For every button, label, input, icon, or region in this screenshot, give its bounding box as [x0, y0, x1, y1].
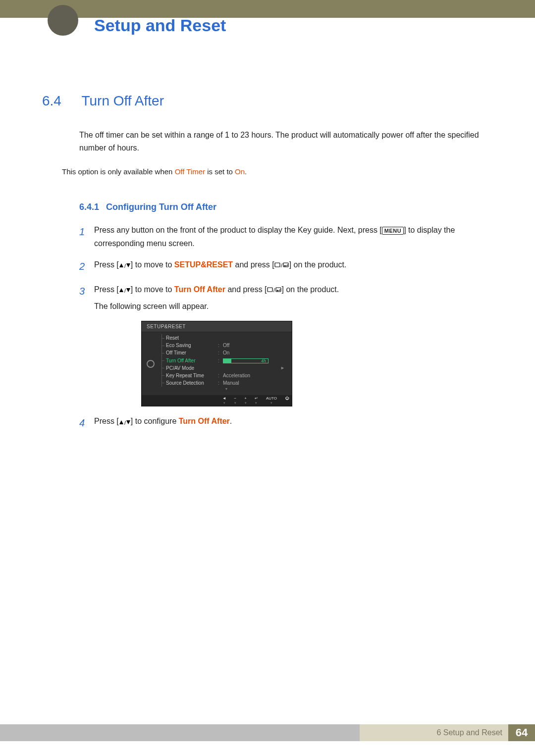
step-3: 3 Press [/] to move to Turn Off After an… [79, 283, 493, 313]
svg-marker-16 [126, 420, 130, 424]
osd-row-turn-off-after: Turn Off After: 4h [161, 356, 287, 364]
step-number: 2 [79, 258, 94, 275]
osd-screenshot: SETUP&RESET Reset Eco Saving:Off Off T [141, 321, 292, 406]
step-number: 3 [79, 283, 94, 300]
step-number: 4 [79, 414, 94, 431]
osd-row-off-timer: Off Timer:On [161, 349, 287, 356]
osd-footer: ◄▾ −▾ +▾ ↵▾ AUTO▾ ⏻ [142, 395, 292, 406]
note-highlight-on: On [235, 167, 245, 176]
section-note: This option is only available when Off T… [62, 166, 493, 178]
osd-footer-minus-icon: −▾ [234, 397, 237, 404]
osd-slider: 4h [223, 358, 268, 363]
step-text: Press [/] to configure Turn Off After. [94, 414, 493, 428]
step-2: 2 Press [/] to move to SETUP&RESET and p… [79, 258, 493, 275]
osd-footer-back-icon: ◄▾ [222, 397, 226, 404]
step-4: 4 Press [/] to configure Turn Off After. [79, 414, 493, 431]
osd-row-reset: Reset [161, 334, 287, 342]
chapter-title: Setup and Reset [94, 16, 226, 35]
subsection-6-4-1: 6.4.1Configuring Turn Off After 1 Press … [79, 202, 493, 432]
subsection-heading: 6.4.1Configuring Turn Off After [79, 202, 493, 212]
svg-rect-10 [268, 288, 272, 292]
osd-title: SETUP&RESET [142, 321, 292, 332]
svg-marker-9 [126, 288, 130, 292]
menu-button-label: MENU [382, 227, 404, 235]
step-highlight: Turn Off After [174, 285, 225, 294]
svg-marker-2 [126, 263, 130, 267]
header-bar [0, 0, 535, 18]
page-number: 64 [508, 724, 535, 741]
step-text: Press any button on the front of the pro… [94, 223, 493, 250]
section-title: Turn Off After [81, 93, 164, 109]
up-down-arrows-icon: / [119, 261, 131, 269]
chapter-badge [48, 5, 78, 36]
svg-rect-3 [275, 263, 280, 267]
step-tail: The following screen will appear. [94, 300, 493, 313]
svg-text:/: / [281, 262, 283, 268]
svg-text:/: / [273, 287, 275, 293]
section-6-4: 6.4 Turn Off After The off timer can be … [42, 93, 493, 439]
gear-icon [147, 360, 155, 368]
osd-footer-enter-icon: ↵▾ [255, 397, 258, 404]
osd-icon-column [142, 332, 160, 395]
svg-marker-14 [119, 420, 123, 424]
section-intro: The off timer can be set within a range … [79, 129, 493, 155]
svg-text:/: / [124, 288, 126, 293]
footer-bar [0, 724, 360, 741]
svg-marker-0 [119, 263, 123, 267]
footer-breadcrumb: 6 Setup and Reset [360, 724, 508, 741]
section-number: 6.4 [42, 93, 79, 109]
up-down-arrows-icon: / [119, 418, 131, 426]
step-text: Press [/] to move to SETUP&RESET and pre… [94, 258, 493, 272]
page-footer: 6 Setup and Reset 64 [0, 724, 535, 741]
osd-footer-plus-icon: +▾ [244, 397, 247, 404]
note-highlight-off-timer: Off Timer [175, 167, 205, 176]
osd-row-key-repeat: Key Repeat Time:Acceleration [161, 372, 287, 379]
up-down-arrows-icon: / [119, 286, 131, 294]
note-text: This option is only available when [62, 167, 175, 176]
step-list: 1 Press any button on the front of the p… [79, 223, 493, 432]
step-highlight: SETUP&RESET [174, 260, 233, 269]
note-text: is set to [205, 167, 235, 176]
step-text: Press [/] to move to Turn Off After and … [94, 283, 493, 313]
osd-row-source-detection: Source Detection:Manual [161, 379, 287, 387]
svg-marker-7 [119, 288, 123, 292]
step-1: 1 Press any button on the front of the p… [79, 223, 493, 250]
osd-footer-power-icon: ⏻ [285, 397, 289, 404]
subsection-number: 6.4.1 [79, 202, 99, 212]
source-enter-icon: / [274, 258, 289, 272]
step-number: 1 [79, 223, 94, 240]
chevron-right-icon: ► [280, 365, 285, 370]
note-text: . [245, 167, 247, 176]
svg-text:/: / [124, 263, 126, 268]
osd-body: Reset Eco Saving:Off Off Timer:On Turn O… [142, 332, 292, 395]
source-enter-icon: / [267, 283, 282, 297]
step-highlight: Turn Off After [179, 417, 230, 425]
osd-list: Reset Eco Saving:Off Off Timer:On Turn O… [160, 332, 292, 395]
osd-footer-auto: AUTO▾ [266, 397, 277, 404]
osd-row-pc-av-mode: PC/AV Mode ► [161, 364, 287, 372]
osd-scroll-down-icon: ▾ [165, 387, 287, 391]
svg-text:/: / [124, 420, 126, 425]
osd-row-eco-saving: Eco Saving:Off [161, 342, 287, 349]
subsection-title: Configuring Turn Off After [106, 202, 216, 212]
